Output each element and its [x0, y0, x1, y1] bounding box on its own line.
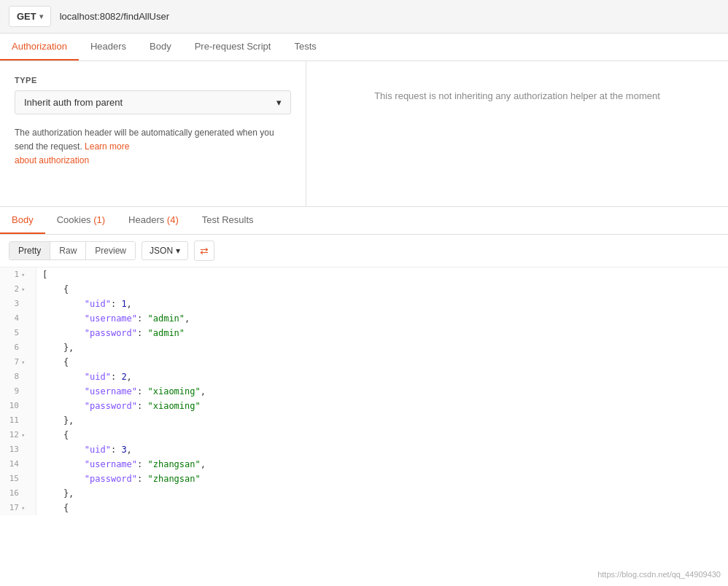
tab-body[interactable]: Body [138, 34, 183, 60]
response-tab-testresults[interactable]: Test Results [190, 207, 266, 234]
request-content: TYPE Inherit auth from parent ▾ The auth… [0, 61, 728, 207]
code-line: 16 }, [0, 486, 728, 501]
code-line: 12▾ { [0, 428, 728, 442]
method-text: GET [17, 11, 36, 22]
line-number: 9 [4, 384, 19, 399]
code-content: "username": "xiaoming", [36, 384, 728, 399]
code-content: "password": "xiaoming" [36, 399, 728, 413]
type-label: TYPE [15, 76, 291, 85]
response-tabs: Body Cookies (1) Headers (4) Test Result… [0, 207, 728, 235]
url-bar: GET ▾ [0, 0, 728, 34]
code-content: "username": "zhangsan", [36, 457, 728, 472]
line-number: 1 [4, 267, 19, 282]
code-content: "uid": 3, [36, 442, 728, 457]
response-tab-cookies[interactable]: Cookies (1) [45, 207, 117, 234]
chevron-down-icon: ▾ [39, 12, 43, 20]
line-number: 11 [4, 413, 19, 428]
response-toolbar: Pretty Raw Preview JSON ▾ ⇄ [0, 235, 728, 267]
line-number: 14 [4, 457, 19, 472]
code-line: 6 }, [0, 340, 728, 355]
line-gutter: 15 [0, 472, 36, 486]
fold-icon[interactable]: ▾ [21, 501, 25, 515]
line-gutter: 10 [0, 399, 36, 413]
format-preview-button[interactable]: Preview [86, 242, 135, 259]
line-gutter: 14 [0, 457, 36, 472]
auth-description: The authorization header will be automat… [15, 126, 291, 168]
fold-icon[interactable]: ▾ [21, 282, 25, 297]
wrap-icon[interactable]: ⇄ [194, 241, 214, 261]
code-line: 9 "username": "xiaoming", [0, 384, 728, 399]
code-line: 4 "username": "admin", [0, 311, 728, 326]
fold-icon[interactable]: ▾ [21, 355, 25, 370]
url-input[interactable] [57, 8, 719, 25]
code-content: { [36, 355, 728, 370]
line-number: 6 [4, 340, 19, 355]
line-gutter: 12▾ [0, 428, 36, 442]
line-gutter: 5 [0, 326, 36, 340]
line-gutter: 13 [0, 442, 36, 457]
tab-authorization[interactable]: Authorization [0, 34, 79, 60]
code-content: { [36, 428, 728, 442]
line-number: 5 [4, 326, 19, 340]
line-number: 16 [4, 486, 19, 501]
code-line: 8 "uid": 2, [0, 370, 728, 384]
line-number: 2 [4, 282, 19, 297]
line-number: 7 [4, 355, 19, 370]
code-line: 1▾[ [0, 267, 728, 282]
line-gutter: 8 [0, 370, 36, 384]
tab-prerequest[interactable]: Pre-request Script [183, 34, 283, 60]
code-line: 13 "uid": 3, [0, 442, 728, 457]
line-number: 3 [4, 297, 19, 311]
code-line: 10 "password": "xiaoming" [0, 399, 728, 413]
line-gutter: 11 [0, 413, 36, 428]
code-line: 11 }, [0, 413, 728, 428]
format-group: Pretty Raw Preview [9, 241, 136, 260]
code-content: "uid": 1, [36, 297, 728, 311]
code-content: { [36, 282, 728, 297]
line-number: 17 [4, 501, 19, 515]
code-content: }, [36, 486, 728, 501]
code-area[interactable]: 1▾[2▾ {3 "uid": 1,4 "username": "admin",… [0, 267, 728, 515]
line-number: 8 [4, 370, 19, 384]
line-gutter: 3 [0, 297, 36, 311]
code-line: 2▾ { [0, 282, 728, 297]
code-content: { [36, 501, 728, 515]
line-gutter: 1▾ [0, 267, 36, 282]
line-gutter: 7▾ [0, 355, 36, 370]
auth-right-panel: This request is not inheriting any autho… [306, 61, 728, 206]
code-line: 14 "username": "zhangsan", [0, 457, 728, 472]
tab-tests[interactable]: Tests [282, 34, 328, 60]
code-content: [ [36, 267, 728, 282]
code-content: "username": "admin", [36, 311, 728, 326]
code-line: 7▾ { [0, 355, 728, 370]
fold-icon[interactable]: ▾ [21, 428, 25, 442]
line-number: 12 [4, 428, 19, 442]
format-pretty-button[interactable]: Pretty [9, 242, 50, 259]
no-auth-message: This request is not inheriting any autho… [374, 90, 660, 101]
line-number: 13 [4, 442, 19, 457]
auth-type-select[interactable]: Inherit auth from parent ▾ [15, 90, 291, 114]
auth-type-value: Inherit auth from parent [24, 97, 123, 108]
line-number: 4 [4, 311, 19, 326]
auth-panel: TYPE Inherit auth from parent ▾ The auth… [0, 61, 306, 206]
chevron-down-icon: ▾ [276, 97, 282, 108]
code-content: }, [36, 340, 728, 355]
code-content: "password": "zhangsan" [36, 472, 728, 486]
method-selector[interactable]: GET ▾ [9, 6, 51, 27]
response-tab-body[interactable]: Body [0, 207, 45, 234]
code-content: "uid": 2, [36, 370, 728, 384]
code-content: "password": "admin" [36, 326, 728, 340]
fold-icon[interactable]: ▾ [21, 267, 25, 282]
request-tabs: Authorization Headers Body Pre-request S… [0, 34, 728, 61]
line-gutter: 16 [0, 486, 36, 501]
format-raw-button[interactable]: Raw [50, 242, 86, 259]
line-gutter: 9 [0, 384, 36, 399]
json-format-select[interactable]: JSON ▾ [142, 241, 188, 260]
chevron-down-icon: ▾ [176, 246, 180, 256]
line-number: 10 [4, 399, 19, 413]
response-tab-headers[interactable]: Headers (4) [117, 207, 190, 234]
line-gutter: 6 [0, 340, 36, 355]
line-gutter: 2▾ [0, 282, 36, 297]
code-line: 17▾ { [0, 501, 728, 515]
tab-headers[interactable]: Headers [79, 34, 138, 60]
